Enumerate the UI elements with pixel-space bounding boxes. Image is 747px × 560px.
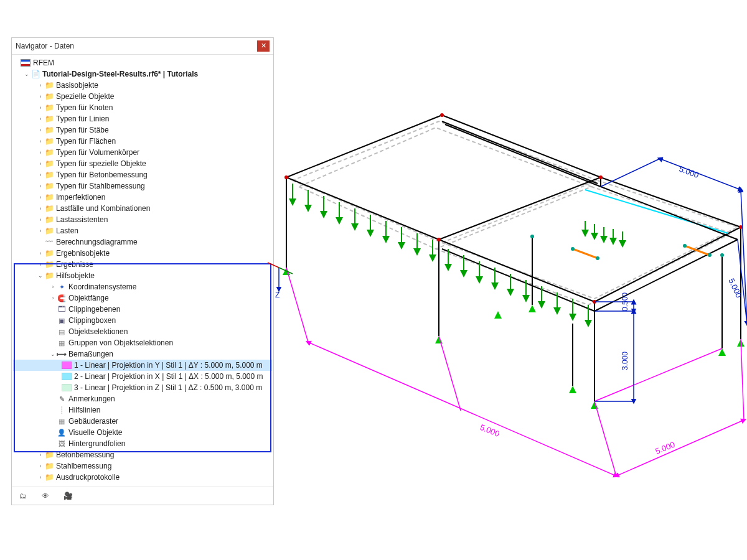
caret-right-icon[interactable]: ›	[37, 474, 44, 480]
caret-right-icon[interactable]: ›	[49, 295, 57, 301]
tree-label: 2 - Linear | Projektion in X | Stil 1 | …	[74, 372, 261, 381]
tree-label: Typen für Knoten	[56, 103, 113, 112]
footer-data-tab[interactable]: 🗂	[16, 490, 31, 502]
svg-line-66	[660, 159, 741, 190]
tree-item-typ-linien[interactable]: ›Typen für Linien	[13, 113, 272, 124]
folder-icon	[44, 271, 54, 280]
caret-right-icon[interactable]: ›	[37, 194, 44, 200]
tree-item-stahl[interactable]: ›Stahlbemessung	[13, 460, 272, 472]
tree-item-clipboxen[interactable]: ›Clippingboxen	[13, 315, 272, 326]
caret-right-icon[interactable]: ›	[37, 463, 44, 469]
tree-dim-item-3[interactable]: 3 - Linear | Projektion in Z | Stil 1 | …	[13, 382, 272, 393]
svg-line-61	[594, 348, 722, 401]
dim-text-z2: 3.000	[621, 352, 629, 370]
tree-item-visobj[interactable]: ›Visuelle Objekte	[13, 427, 272, 438]
tree-item-bemassungen[interactable]: ⌄Bemaßungen	[13, 348, 272, 360]
tree-item-koord[interactable]: ›Koordinatensysteme	[13, 281, 272, 292]
caret-right-icon[interactable]: ›	[37, 116, 44, 122]
tree-item-lastfaelle[interactable]: ›Lastfälle und Kombinationen	[13, 203, 272, 214]
app-icon	[21, 59, 31, 67]
footer-view-tab[interactable]: 👁	[38, 490, 53, 502]
tree-item-hilfsobjekte[interactable]: ⌄Hilfsobjekte	[13, 270, 272, 281]
caret-right-icon[interactable]: ›	[37, 127, 44, 133]
tree-item-hintergrund[interactable]: ›Hintergrundfolien	[13, 438, 272, 449]
caret-right-icon[interactable]: ›	[37, 172, 44, 178]
tree-item-typ-stahl[interactable]: ›Typen für Stahlbemessung	[13, 180, 272, 192]
svg-line-60	[308, 342, 616, 476]
tree-item-imperfekt[interactable]: ›Imperfektionen	[13, 192, 272, 203]
tree-dim-item-2[interactable]: 2 - Linear | Projektion in X | Stil 1 | …	[13, 371, 272, 382]
tree-label: Hintergrundfolien	[68, 439, 125, 448]
tree-label: Tutorial-Design-Steel-Results.rf6* | Tut…	[42, 70, 198, 78]
tree-label: Lastfälle und Kombinationen	[56, 204, 150, 213]
tree-label: Berechnungsdiagramme	[56, 238, 138, 246]
tree-item-anmerk[interactable]: ›Anmerkungen	[13, 393, 272, 404]
tree-label: Typen für Stahlbemessung	[56, 182, 145, 190]
caret-down-icon[interactable]: ⌄	[37, 273, 44, 279]
tree-item-typ-volumen[interactable]: ›Typen für Volumenkörper	[13, 147, 272, 158]
tree-item-ergobj[interactable]: ›Ergebnisobjekte	[13, 248, 272, 259]
tree-item-basisobjekte[interactable]: ›Basisobjekte	[13, 80, 272, 91]
caret-right-icon[interactable]: ›	[37, 205, 44, 212]
caret-right-icon[interactable]: ›	[49, 284, 57, 290]
caret-right-icon[interactable]: ›	[37, 161, 44, 167]
folder-icon	[44, 137, 54, 146]
tree-item-hilfslinien[interactable]: ›Hilfslinien	[13, 404, 272, 416]
caret-right-icon[interactable]: ›	[37, 261, 44, 268]
color-swatch	[62, 362, 72, 369]
tree-item-lasten[interactable]: ›Lasten	[13, 225, 272, 236]
caret-right-icon[interactable]: ›	[37, 183, 44, 189]
tree-item-typ-beton[interactable]: ›Typen für Betonbemessung	[13, 169, 272, 180]
tree-item-berechnung[interactable]: ›Berechnungsdiagramme	[13, 236, 272, 248]
tree-item-gruppen[interactable]: ›Gruppen von Objektselektionen	[13, 337, 272, 348]
tree-item-typ-flaechen[interactable]: ›Typen für Flächen	[13, 136, 272, 147]
tree-item-typ-spezielle[interactable]: ›Typen für spezielle Objekte	[13, 158, 272, 169]
caret-right-icon[interactable]: ›	[37, 217, 44, 223]
tree-item-lastassist[interactable]: ›Lastassistenten	[13, 214, 272, 225]
caret-right-icon[interactable]: ›	[37, 452, 44, 458]
tree-item-beton[interactable]: ›Betonbemessung	[13, 449, 272, 460]
svg-line-64	[601, 159, 660, 187]
caret-down-icon[interactable]: ⌄	[49, 351, 57, 357]
footer-video-tab[interactable]: 🎥	[60, 490, 75, 502]
caret-right-icon[interactable]: ›	[37, 105, 44, 111]
tree-item-erg[interactable]: ›Ergebnisse	[13, 259, 272, 270]
tree-label: Ergebnisse	[56, 260, 93, 269]
tree-label: Typen für Betonbemessung	[56, 170, 148, 179]
svg-point-44	[571, 247, 575, 251]
folder-icon	[44, 159, 54, 168]
tree-app-root[interactable]: ▸ RFEM	[13, 57, 272, 68]
caret-right-icon[interactable]: ›	[37, 82, 44, 88]
panel-title: Navigator - Daten	[16, 42, 74, 50]
tree-item-gebraster[interactable]: ›Gebäuderaster	[13, 416, 272, 427]
caret-right-icon[interactable]: ›	[37, 93, 44, 100]
folder-icon	[44, 450, 54, 459]
tree-item-typ-knoten[interactable]: ›Typen für Knoten	[13, 102, 272, 113]
tree-label: Visuelle Objekte	[68, 428, 123, 437]
caret-right-icon[interactable]: ›	[37, 250, 44, 256]
tree-item-objfaenge[interactable]: ›Objektfänge	[13, 292, 272, 304]
caret-right-icon[interactable]: ›	[37, 138, 44, 144]
tree-label: Clippingboxen	[68, 316, 116, 325]
visual-obj-icon	[57, 428, 67, 437]
svg-line-0	[585, 190, 728, 233]
tree-file-root[interactable]: ⌄ Tutorial-Design-Steel-Results.rf6* | T…	[13, 68, 272, 80]
tree-dim-item-1[interactable]: 1 - Linear | Projektion in Y | Stil 1 | …	[13, 360, 272, 371]
caret-right-icon[interactable]: ›	[37, 228, 44, 234]
close-button[interactable]: ✕	[257, 40, 270, 52]
tree-item-clipebenen[interactable]: ›Clippingebenen	[13, 304, 272, 315]
tree-label: RFEM	[33, 58, 54, 67]
model-viewport[interactable]: 5.000 5.000 5.000 5.000 0.500 3.000 Z	[249, 62, 747, 498]
tree-item-typ-staebe[interactable]: ›Typen für Stäbe	[13, 124, 272, 136]
navigator-panel: Navigator - Daten ✕ ▸ RFEM ⌄ Tutorial-De…	[11, 37, 274, 505]
guideline-icon	[57, 406, 67, 414]
folder-icon	[44, 103, 54, 112]
tree-label: Typen für Linien	[56, 114, 109, 123]
caret-right-icon[interactable]: ›	[37, 149, 44, 156]
svg-line-62	[616, 420, 744, 476]
tree-item-ausdruck[interactable]: ›Ausdruckprotokolle	[13, 472, 272, 483]
tree-item-objsel[interactable]: ›Objektselektionen	[13, 326, 272, 337]
caret-down-icon[interactable]: ⌄	[23, 71, 31, 77]
tree-item-spezielle[interactable]: ›Spezielle Objekte	[13, 91, 272, 102]
folder-icon	[44, 170, 54, 179]
